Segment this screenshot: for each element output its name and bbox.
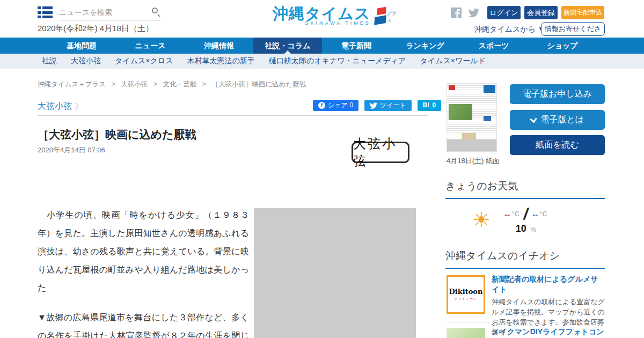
weather-high: -- [504,210,510,219]
main-nav: 基地問題 ニュース 沖縄情報 社説・コラム 電子新聞 ランキング スポーツ ショ… [0,38,644,54]
logo-subtext: OKINAWA TIMES [273,20,371,26]
weather-low: -- [532,210,538,219]
section-link[interactable]: 大弦小弦〉 [38,101,83,112]
digital-about-button[interactable]: 電子版とは [510,110,605,130]
nav-item-denshishinbun[interactable]: 電子新聞 [322,38,391,54]
hatena-share-count: 0 [432,100,436,111]
recommend-item: メイクマンDIYライフフォトコンテスト作品募集 [492,327,605,338]
article-paragraph: ▼故郷の広島県尾道市を舞台にした３部作など、多くの名作を手掛けた大林宣彦監督が８… [38,308,249,338]
facebook-icon[interactable] [451,8,462,18]
paper-caption: 4月18日(土) 紙面 [447,156,500,166]
site-logo[interactable]: 沖縄タイムス OKINAWA TIMES プラス [273,5,399,26]
newspaper-front-page-thumbnail[interactable] [447,83,497,152]
article-body: 小学生の頃、映画「時をかける少女」（１９８３年）を見た。主演した原田知世さんの透… [38,206,249,338]
register-button[interactable]: 会員登録 [524,6,558,19]
facebook-share-icon: f [318,102,325,109]
facebook-share-label: シェア 0 [328,100,353,111]
hatena-share-button[interactable]: B! 0 [418,100,441,111]
subnav-item-times-cross[interactable]: タイムス×クロス [115,56,173,66]
nav-item-news[interactable]: ニュース [116,38,185,54]
nav-item-kichimondai[interactable]: 基地問題 [47,38,116,54]
nav-item-shasetsu-column[interactable]: 社説・コラム [253,38,322,54]
recommend-item-title[interactable]: メイクマンDIYライフフォトコンテスト作品募集 [492,327,605,338]
nav-item-okinawajoho[interactable]: 沖縄情報 [185,38,253,54]
weather-slash: / [522,205,530,223]
recommend-thumbnail-dikitoon[interactable]: Dikitoon ディキトーン [447,275,485,314]
divider [38,115,428,116]
menu-icon[interactable] [38,6,53,18]
twitter-share-label: ツイート [380,100,406,111]
hatena-share-icon: B! [423,100,430,111]
daigenshogen-stamp: 大弦小弦 [352,142,409,163]
article-title: ［大弦小弦］映画に込めた厭戦 [38,127,196,142]
menu-icon-row [38,6,53,9]
recommend-thumbnail-makeman[interactable] [447,328,485,338]
menu-icon-row [38,16,53,18]
sun-icon: ☀ [472,209,491,231]
search-input[interactable] [59,5,145,19]
paper-gray-strip [447,139,496,151]
rain-probability-unit: % [530,226,536,233]
rain-probability: 10 [516,223,526,234]
search-box [59,5,160,20]
article-date: 2020年4月14日 07:06 [38,145,105,155]
twitter-share-icon [370,102,377,109]
logo-plus-label: プラス [386,10,399,24]
digital-apply-button[interactable]: 電子版お申し込み [510,84,605,104]
breadcrumb-current: ［大弦小弦］映画に込めた厭戦 [211,80,306,88]
section-label: 大弦小弦 [38,101,72,111]
twitter-icon[interactable] [469,8,479,18]
weather-heading: きょうのお天気 [445,179,605,199]
logo-plus-blue-shape [374,15,386,25]
paper-blue-block [484,116,491,121]
dikitoon-logo: Dikitoon [449,288,483,296]
current-date: 2020年(令和2年) 4月18日（土） [38,24,153,34]
nav-item-sports[interactable]: スポーツ [459,38,528,54]
subnav-item-higuchi[interactable]: 樋口耕太郎のオキナワ・ニューメディア [269,56,406,66]
share-buttons: f シェア 0 ツイート B! 0 [313,100,441,111]
subnav-item-shasetsu[interactable]: 社説 [42,56,57,66]
subnav-item-daigenshogen[interactable]: 大弦小弦 [71,56,101,66]
breadcrumb-bunka-geino[interactable]: 文化・芸能 [163,80,197,88]
digital-edition-icon [530,115,537,123]
search-icon[interactable] [152,8,158,13]
twitter-share-button[interactable]: ツイート [364,100,412,111]
weather-low-unit: °C [540,210,547,218]
article-paragraph: 小学生の頃、映画「時をかける少女」（１９８３年）を見た。主演した原田知世さんの透… [38,206,249,297]
subnav-item-times-world[interactable]: タイムス×ワールド [420,56,485,66]
logo-plus-mark: プラス [373,5,399,26]
okinawa-times-page: 沖縄タイムス OKINAWA TIMES プラス ログイン 会員登録 新聞宅配申… [0,0,644,338]
weather-widget: ☀ -- °C / -- °C 10 % [445,205,605,234]
nav-item-ranking[interactable]: ランキング [391,38,459,54]
info-request-button[interactable]: 情報お寄せください [541,22,605,36]
subscribe-button[interactable]: 新聞宅配申込 [561,6,604,19]
breadcrumb-home[interactable]: 沖縄タイムス＋プラス [38,80,106,88]
from-times-dropdown[interactable]: 沖縄タイムスから ▼ [474,25,545,34]
sub-nav: 社説 大弦小弦 タイムス×クロス 木村草太憲法の新手 樋口耕太郎のオキナワ・ニュ… [0,54,644,69]
divider [445,322,605,322]
facebook-share-button[interactable]: f シェア 0 [313,100,358,111]
subnav-item-kimura[interactable]: 木村草太憲法の新手 [187,56,254,66]
read-paper-button[interactable]: 紙面を読む [510,135,605,155]
breadcrumb-separator: > [112,80,115,88]
recommend-heading: 沖縄タイムスのイチオシ [445,249,605,269]
dikitoon-logo-sub: ディキトーン [455,297,478,302]
paper-photo-block [449,104,472,120]
logo-text: 沖縄タイムス [273,5,371,21]
breadcrumb-separator: > [153,80,157,88]
chevron-right-icon: 〉 [75,102,83,111]
paper-red-block [449,85,455,90]
recommend-item-title[interactable]: 新聞記者の取材によるグルメサイト [492,274,605,295]
menu-icon-row [38,11,53,14]
breadcrumb-separator: > [202,80,206,88]
digital-about-label: 電子版とは [540,114,584,126]
weather-high-unit: °C [512,210,519,218]
nav-item-shop[interactable]: ショップ [528,38,597,54]
paper-masthead-block [484,85,495,93]
logo-plus-red-shape [377,7,386,16]
breadcrumb: 沖縄タイムス＋プラス > 大弦小弦 > 文化・芸能 > ［大弦小弦］映画に込めた… [38,80,306,89]
login-button[interactable]: ログイン [487,6,521,19]
article-image-placeholder [254,208,416,338]
breadcrumb-daigenshogen[interactable]: 大弦小弦 [121,80,148,88]
